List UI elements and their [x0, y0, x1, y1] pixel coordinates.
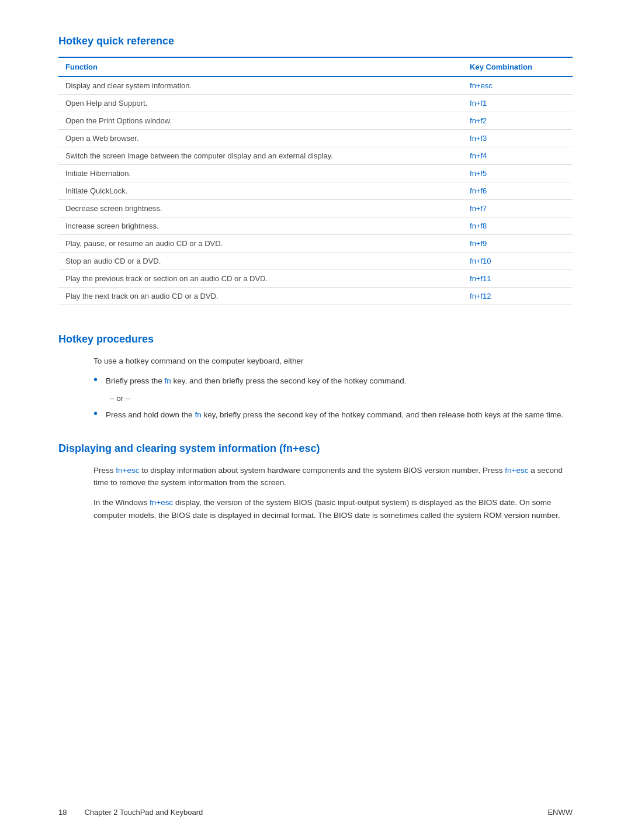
- table-cell-key: fn+f3: [463, 130, 573, 147]
- table-row: Increase screen brightness.fn+f8: [58, 217, 573, 235]
- bullet1-pre: Briefly press the: [106, 376, 165, 385]
- bullet-list-2: • Press and hold down the fn key, briefl…: [93, 409, 573, 421]
- bullet-item-2: • Press and hold down the fn key, briefl…: [93, 409, 573, 421]
- bullet1-fn: fn: [165, 376, 171, 385]
- table-cell-function: Increase screen brightness.: [58, 217, 463, 235]
- bullet-text-1: Briefly press the fn key, and then brief…: [106, 375, 407, 388]
- fnesc-para2-fn: fn+esc: [150, 498, 173, 507]
- footer-page-num: 18: [58, 808, 67, 817]
- table-row: Switch the screen image between the comp…: [58, 147, 573, 165]
- procedures-intro: To use a hotkey command on the computer …: [93, 355, 573, 368]
- footer: 18 Chapter 2 TouchPad and Keyboard ENWW: [58, 808, 573, 817]
- col1-header: Function: [58, 57, 463, 77]
- bullet-dot-2: •: [93, 407, 98, 420]
- table-cell-function: Play the next track on an audio CD or a …: [58, 288, 463, 305]
- table-cell-function: Open the Print Options window.: [58, 112, 463, 130]
- table-row: Open the Print Options window.fn+f2: [58, 112, 573, 130]
- fnesc-section: Displaying and clearing system informati…: [58, 443, 573, 521]
- table-cell-key: fn+f12: [463, 288, 573, 305]
- bullet-list: • Briefly press the fn key, and then bri…: [93, 375, 573, 388]
- bullet-text-2: Press and hold down the fn key, briefly …: [106, 409, 563, 421]
- fnesc-para2-pre: In the Windows: [93, 498, 150, 507]
- table-cell-key: fn+f2: [463, 112, 573, 130]
- table-row: Initiate QuickLock.fn+f6: [58, 182, 573, 200]
- table-cell-function: Switch the screen image between the comp…: [58, 147, 463, 165]
- table-row: Play the previous track or section on an…: [58, 270, 573, 288]
- table-cell-function: Stop an audio CD or a DVD.: [58, 253, 463, 270]
- table-cell-function: Open a Web browser.: [58, 130, 463, 147]
- table-cell-key: fn+f4: [463, 147, 573, 165]
- footer-chapter: Chapter 2 TouchPad and Keyboard: [84, 808, 203, 817]
- fnesc-para1: Press fn+esc to display information abou…: [93, 464, 573, 489]
- bullet-dot-1: •: [93, 373, 98, 386]
- table-row: Display and clear system information.fn+…: [58, 77, 573, 95]
- fnesc-para1-fn2: fn+esc: [505, 466, 528, 475]
- col2-header: Key Combination: [463, 57, 573, 77]
- table-cell-key: fn+f6: [463, 182, 573, 200]
- bullet2-post: key, briefly press the second key of the…: [202, 410, 564, 419]
- table-row: Decrease screen brightness.fn+f7: [58, 200, 573, 217]
- section3-title: Displaying and clearing system informati…: [58, 443, 573, 455]
- table-row: Play, pause, or resume an audio CD or a …: [58, 235, 573, 253]
- table-cell-function: Initiate QuickLock.: [58, 182, 463, 200]
- fnesc-para1-fn1: fn+esc: [116, 466, 139, 475]
- fnesc-para1-pre: Press: [93, 466, 116, 475]
- table-row: Open a Web browser.fn+f3: [58, 130, 573, 147]
- hotkey-table: Function Key Combination Display and cle…: [58, 57, 573, 305]
- table-cell-function: Display and clear system information.: [58, 77, 463, 95]
- fnesc-para2: In the Windows fn+esc display, the versi…: [93, 496, 573, 521]
- table-cell-key: fn+esc: [463, 77, 573, 95]
- table-row: Play the next track on an audio CD or a …: [58, 288, 573, 305]
- table-cell-key: fn+f9: [463, 235, 573, 253]
- bullet-item-1: • Briefly press the fn key, and then bri…: [93, 375, 573, 388]
- bullet1-post: key, and then briefly press the second k…: [171, 376, 407, 385]
- table-cell-key: fn+f5: [463, 165, 573, 182]
- table-cell-key: fn+f1: [463, 95, 573, 112]
- table-cell-key: fn+f11: [463, 270, 573, 288]
- table-cell-function: Play the previous track or section on an…: [58, 270, 463, 288]
- table-cell-key: fn+f7: [463, 200, 573, 217]
- bullet2-pre: Press and hold down the: [106, 410, 195, 419]
- footer-left: 18 Chapter 2 TouchPad and Keyboard: [58, 808, 203, 817]
- bullet2-fn: fn: [195, 410, 201, 419]
- table-cell-key: fn+f10: [463, 253, 573, 270]
- section2-title: Hotkey procedures: [58, 333, 573, 345]
- table-row: Initiate Hibernation.fn+f5: [58, 165, 573, 182]
- section1-title: Hotkey quick reference: [58, 35, 573, 47]
- or-text: – or –: [110, 394, 573, 403]
- table-cell-key: fn+f8: [463, 217, 573, 235]
- table-row: Open Help and Support.fn+f1: [58, 95, 573, 112]
- table-cell-function: Play, pause, or resume an audio CD or a …: [58, 235, 463, 253]
- fnesc-para1-mid: to display information about system hard…: [139, 466, 505, 475]
- table-cell-function: Initiate Hibernation.: [58, 165, 463, 182]
- table-row: Stop an audio CD or a DVD.fn+f10: [58, 253, 573, 270]
- footer-right: ENWW: [547, 808, 573, 817]
- table-cell-function: Decrease screen brightness.: [58, 200, 463, 217]
- hotkey-procedures-section: Hotkey procedures To use a hotkey comman…: [58, 333, 573, 421]
- table-cell-function: Open Help and Support.: [58, 95, 463, 112]
